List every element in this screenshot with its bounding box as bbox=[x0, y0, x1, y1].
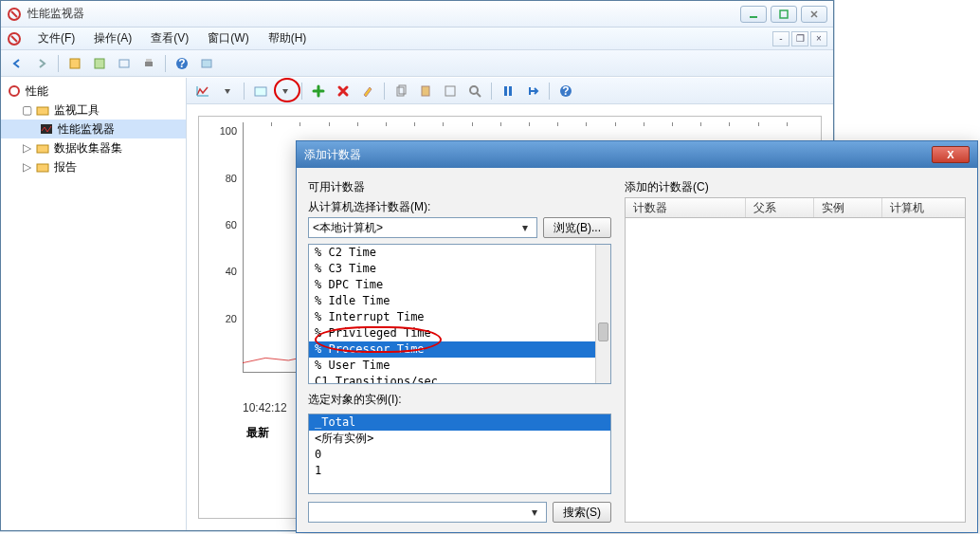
computer-combo[interactable]: <本地计算机> ▾ bbox=[308, 217, 537, 238]
instance-item[interactable]: 1 bbox=[309, 463, 610, 479]
zoom-button[interactable] bbox=[464, 81, 485, 101]
counter-item[interactable]: C1 Transitions/sec bbox=[309, 374, 610, 384]
legend-latest-label: 最新 bbox=[246, 426, 269, 439]
expander-icon[interactable]: ▷ bbox=[22, 143, 31, 153]
added-counters-header: 计数器 父系 实例 计算机 bbox=[625, 197, 966, 218]
separator bbox=[244, 83, 245, 100]
tree-root-label: 性能 bbox=[26, 83, 48, 100]
counter-item[interactable]: % DPC Time bbox=[309, 277, 610, 293]
add-counter-button[interactable] bbox=[308, 81, 329, 101]
scrollbar[interactable] bbox=[595, 245, 610, 383]
paste-button[interactable] bbox=[415, 81, 436, 101]
scroll-thumb[interactable] bbox=[598, 322, 608, 341]
menu-help[interactable]: 帮助(H) bbox=[260, 28, 316, 49]
counter-item[interactable]: % Idle Time bbox=[309, 293, 610, 309]
export-button[interactable] bbox=[114, 53, 135, 74]
window-controls bbox=[740, 6, 827, 23]
counters-listbox[interactable]: % C2 Time% C3 Time% DPC Time% Idle Time%… bbox=[308, 244, 611, 384]
menubar: 文件(F) 操作(A) 查看(V) 窗口(W) 帮助(H) ‑ ❐ × bbox=[1, 28, 833, 50]
svg-rect-14 bbox=[41, 124, 52, 134]
counter-item[interactable]: % Privileged Time bbox=[309, 325, 610, 341]
col-instance[interactable]: 实例 bbox=[814, 198, 882, 217]
separator bbox=[58, 55, 59, 72]
print-button[interactable] bbox=[138, 53, 159, 74]
mdi-restore[interactable]: ❐ bbox=[791, 31, 808, 46]
separator bbox=[301, 83, 302, 100]
minimize-button[interactable] bbox=[740, 6, 767, 23]
mdi-minimize[interactable]: ‑ bbox=[772, 31, 789, 46]
perf-root-icon bbox=[7, 83, 22, 99]
instance-item[interactable]: _Total bbox=[309, 414, 610, 431]
graph-type-button[interactable] bbox=[250, 81, 271, 101]
browse-button[interactable]: 浏览(B)... bbox=[543, 217, 611, 238]
app-icon bbox=[7, 7, 22, 22]
menu-action[interactable]: 操作(A) bbox=[85, 28, 140, 49]
menu-window[interactable]: 窗口(W) bbox=[199, 28, 257, 49]
ytick-60: 60 bbox=[226, 219, 237, 230]
refresh-button[interactable] bbox=[196, 53, 217, 74]
freeze-button[interactable] bbox=[498, 81, 518, 101]
perfmon-node-icon bbox=[39, 121, 54, 137]
copy-button[interactable] bbox=[390, 81, 411, 101]
computer-value: <本地计算机> bbox=[313, 220, 383, 236]
folder-icon bbox=[35, 159, 50, 175]
from-computer-label: 从计算机选择计数器(M): bbox=[308, 199, 611, 215]
update-button[interactable] bbox=[522, 81, 543, 101]
menu-view[interactable]: 查看(V) bbox=[142, 28, 197, 49]
forward-button[interactable] bbox=[31, 53, 52, 74]
added-counters-body[interactable] bbox=[625, 218, 966, 523]
col-counter[interactable]: 计数器 bbox=[626, 198, 746, 217]
instance-item[interactable]: 0 bbox=[309, 447, 610, 463]
tree-perfmon[interactable]: 性能监视器 bbox=[1, 120, 186, 138]
view-dropdown-button[interactable] bbox=[217, 81, 238, 101]
mmc-toolbar: ? bbox=[1, 50, 833, 77]
svg-rect-21 bbox=[445, 86, 455, 96]
mdi-close[interactable]: × bbox=[810, 31, 827, 46]
close-button[interactable] bbox=[801, 6, 827, 23]
tree-reports[interactable]: ▷ 报告 bbox=[1, 157, 186, 176]
tree-pane: 性能 ▢ 监视工具 性能监视器 ▷ 数据收集器集 ▷ 报告 bbox=[1, 78, 187, 530]
added-counters-label: 添加的计数器(C) bbox=[625, 179, 966, 195]
app-icon-small bbox=[7, 31, 22, 46]
folder-icon bbox=[35, 140, 50, 156]
search-combo[interactable]: ▾ bbox=[308, 502, 547, 523]
delete-counter-button[interactable] bbox=[333, 81, 354, 101]
maximize-button[interactable] bbox=[771, 6, 797, 23]
menu-file[interactable]: 文件(F) bbox=[29, 28, 83, 49]
dialog-body: 可用计数器 从计算机选择计数器(M): <本地计算机> ▾ 浏览(B)... %… bbox=[297, 168, 977, 532]
counter-item[interactable]: % C3 Time bbox=[309, 261, 610, 277]
svg-rect-23 bbox=[504, 86, 507, 96]
svg-rect-19 bbox=[399, 85, 406, 94]
properties-button[interactable] bbox=[440, 81, 461, 101]
show-hide-tree-button[interactable] bbox=[64, 53, 85, 74]
legend-latest: 最新 bbox=[246, 425, 269, 441]
tree-data-collector-sets[interactable]: ▷ 数据收集器集 bbox=[1, 138, 186, 157]
counter-item[interactable]: % User Time bbox=[309, 358, 610, 374]
expander-icon[interactable]: ▢ bbox=[22, 105, 31, 115]
col-computer[interactable]: 计算机 bbox=[882, 198, 965, 217]
svg-rect-20 bbox=[422, 86, 429, 96]
search-button[interactable]: 搜索(S) bbox=[553, 502, 611, 523]
svg-rect-2 bbox=[780, 10, 788, 18]
svg-rect-17 bbox=[255, 87, 266, 96]
properties-button[interactable] bbox=[89, 53, 110, 74]
col-parent[interactable]: 父系 bbox=[746, 198, 814, 217]
tree-root-performance[interactable]: 性能 bbox=[1, 82, 186, 101]
tree-monitoring-tools[interactable]: ▢ 监视工具 bbox=[1, 101, 186, 120]
ytick-80: 80 bbox=[226, 173, 237, 184]
counter-item[interactable]: % Interrupt Time bbox=[309, 309, 610, 325]
counter-item[interactable]: % C2 Time bbox=[309, 245, 610, 261]
expander-icon[interactable]: ▷ bbox=[22, 162, 31, 172]
highlight-button[interactable] bbox=[357, 81, 378, 101]
folder-icon bbox=[35, 102, 50, 118]
dialog-close-button[interactable]: X bbox=[932, 146, 970, 163]
counter-item[interactable]: % Processor Time bbox=[309, 341, 610, 358]
help-button[interactable]: ? bbox=[172, 53, 192, 74]
instances-listbox[interactable]: _Total<所有实例>01 bbox=[308, 414, 611, 494]
help-button[interactable]: ? bbox=[555, 81, 576, 101]
back-button[interactable] bbox=[7, 53, 27, 74]
view-type-button[interactable] bbox=[192, 81, 213, 101]
ytick-40: 40 bbox=[226, 266, 237, 277]
graph-dropdown-button[interactable] bbox=[275, 81, 296, 101]
instance-item[interactable]: <所有实例> bbox=[309, 431, 610, 447]
